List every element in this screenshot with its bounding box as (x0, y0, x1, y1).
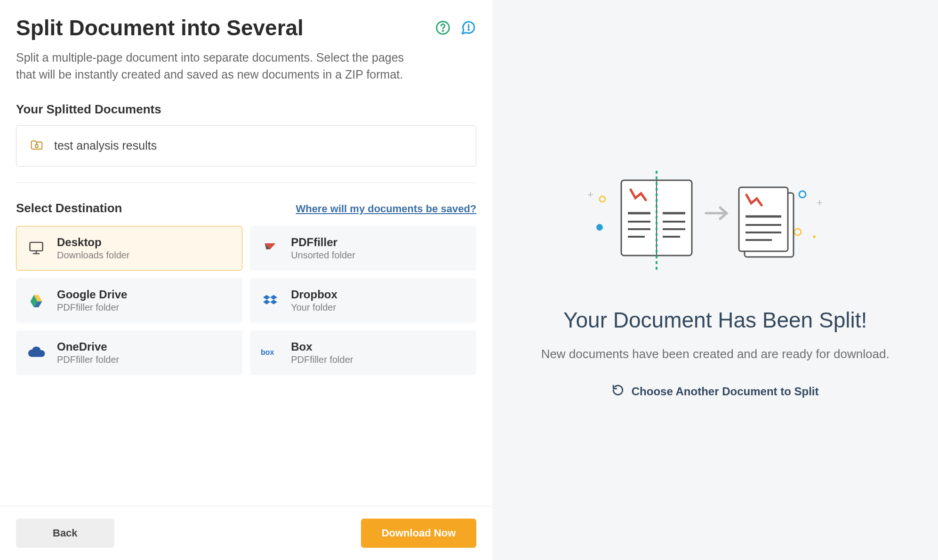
left-pane: Split Document into Several Split a mult… (0, 0, 492, 560)
destination-card-text: Google Drive PDFfiller folder (57, 288, 127, 313)
destination-header: Select Destination Where will my documen… (16, 201, 476, 216)
destination-card-text: Dropbox Your folder (291, 288, 337, 313)
destination-subtitle: Your folder (291, 302, 337, 313)
svg-point-21 (596, 224, 603, 231)
destination-card-text: OneDrive PDFfiller folder (57, 340, 119, 365)
right-pane: + + (492, 0, 938, 560)
success-title: Your Document Has Been Split! (563, 307, 867, 333)
help-icon[interactable] (435, 20, 451, 36)
destination-card-text: PDFfiller Unsorted folder (291, 236, 355, 261)
destination-section-label: Select Destination (16, 201, 122, 216)
destination-card-box[interactable]: box Box PDFfiller folder (250, 330, 476, 375)
download-button[interactable]: Download Now (361, 519, 477, 548)
refresh-icon (612, 384, 624, 399)
docs-section-label: Your Splitted Documents (16, 102, 476, 117)
svg-text:box: box (261, 348, 274, 356)
zip-folder-icon (30, 138, 44, 154)
left-content: Split Document into Several Split a mult… (0, 0, 492, 506)
destination-title: Desktop (57, 236, 130, 249)
destination-card-onedrive[interactable]: OneDrive PDFfiller folder (16, 330, 242, 375)
split-illustration: + + (584, 161, 847, 279)
svg-marker-14 (263, 295, 270, 300)
document-name: test analysis results (54, 139, 157, 152)
destination-card-text: Box PDFfiller folder (291, 340, 353, 365)
dropbox-icon (261, 291, 280, 310)
destination-subtitle: PDFfiller folder (57, 302, 127, 313)
svg-marker-17 (270, 300, 277, 304)
back-button[interactable]: Back (16, 519, 114, 548)
destination-card-text: Desktop Downloads folder (57, 236, 130, 261)
svg-text:+: + (817, 197, 823, 208)
destination-card-gdrive[interactable]: Google Drive PDFfiller folder (16, 278, 242, 323)
page-description: Split a multiple-page document into sepa… (16, 49, 421, 83)
document-item[interactable]: test analysis results (16, 125, 476, 167)
destination-card-dropbox[interactable]: Dropbox Your folder (250, 278, 476, 323)
destination-subtitle: Unsorted folder (291, 250, 355, 261)
destination-title: OneDrive (57, 340, 119, 353)
destination-subtitle: Downloads folder (57, 250, 130, 261)
svg-point-22 (799, 191, 806, 198)
feedback-icon[interactable] (460, 20, 476, 36)
box-icon: box (261, 343, 280, 362)
google-drive-icon (27, 291, 46, 310)
svg-marker-15 (270, 295, 277, 300)
destination-subtitle: PDFfiller folder (57, 354, 119, 365)
svg-point-19 (600, 196, 605, 202)
destination-title: Dropbox (291, 288, 337, 301)
choose-another-label: Choose Another Document to Split (632, 385, 819, 398)
destination-card-pdffiller[interactable]: PDFfiller Unsorted folder (250, 226, 476, 271)
svg-point-3 (468, 29, 469, 30)
svg-point-1 (443, 31, 444, 32)
footer-bar: Back Download Now (0, 506, 492, 560)
page-title: Split Document into Several (16, 15, 304, 40)
destination-title: PDFfiller (291, 236, 355, 249)
success-subtitle: New documents have been created and are … (541, 347, 890, 361)
svg-point-25 (813, 235, 816, 238)
svg-marker-16 (263, 300, 270, 304)
pdffiller-icon (261, 239, 280, 257)
choose-another-button[interactable]: Choose Another Document to Split (612, 384, 819, 399)
destination-subtitle: PDFfiller folder (291, 354, 353, 365)
destination-title: Google Drive (57, 288, 127, 301)
header-icons (435, 20, 476, 36)
destination-help-link[interactable]: Where will my documents be saved? (296, 203, 476, 215)
destination-grid: Desktop Downloads folder PDFfiller Unsor… (16, 226, 476, 375)
svg-point-23 (794, 229, 801, 235)
onedrive-icon (27, 343, 46, 362)
divider (16, 183, 476, 183)
header-row: Split Document into Several (16, 15, 476, 40)
svg-text:+: + (587, 189, 593, 200)
destination-card-desktop[interactable]: Desktop Downloads folder (16, 226, 242, 271)
svg-rect-6 (30, 242, 43, 251)
destination-title: Box (291, 340, 353, 353)
desktop-icon (27, 239, 46, 257)
